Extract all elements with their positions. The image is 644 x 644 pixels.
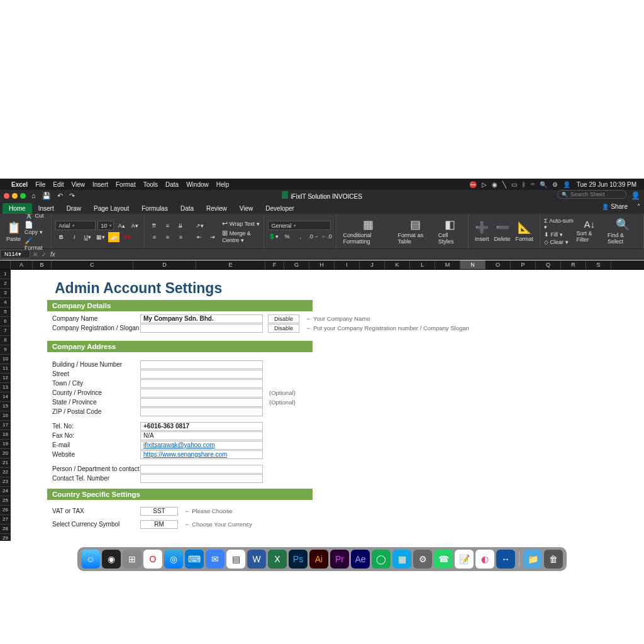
row-header-6[interactable]: 6 xyxy=(0,317,11,326)
cell-person[interactable] xyxy=(140,465,263,474)
format-cells-button[interactable]: 📐Format xyxy=(513,221,536,242)
cell-vat[interactable]: SST xyxy=(140,507,178,516)
row-header-19[interactable]: 19 xyxy=(0,440,11,449)
col-header-B[interactable]: B xyxy=(33,260,52,269)
cell-tel[interactable]: +6016-363 0817 xyxy=(140,422,263,431)
row-header-28[interactable]: 28 xyxy=(0,525,11,534)
decrease-decimal-icon[interactable]: ←.0 xyxy=(321,231,332,242)
row-headers[interactable]: 1234567891011121314151617181920212223242… xyxy=(0,270,11,555)
grow-font-icon[interactable]: A▴ xyxy=(116,221,127,231)
menu-view[interactable]: View xyxy=(68,181,89,188)
dock-downloads-icon[interactable]: 📁 xyxy=(523,550,542,569)
merge-centre-button[interactable]: ⊞ Merge & Centre ▾ xyxy=(222,229,260,243)
col-header-E[interactable]: E xyxy=(196,260,265,269)
col-header-S[interactable]: S xyxy=(586,260,611,269)
cell-styles-button[interactable]: ◧Cell Styles xyxy=(436,218,464,245)
conditional-formatting-button[interactable]: ▦Conditional Formatting xyxy=(340,218,395,245)
col-header-I[interactable]: I xyxy=(335,260,360,269)
col-header-H[interactable]: H xyxy=(309,260,335,269)
align-right-icon[interactable]: ≡ xyxy=(175,232,186,242)
sort-filter-button[interactable]: A↓Sort & Filter xyxy=(574,219,605,243)
search-sheet-input[interactable]: Search Sheet xyxy=(557,190,626,199)
dock-excel-icon[interactable]: X xyxy=(268,550,287,569)
dock-opera-icon[interactable]: O xyxy=(143,550,162,569)
name-box[interactable]: N114 ▾ xyxy=(0,250,30,258)
row-header-11[interactable]: 11 xyxy=(0,364,11,374)
col-header-C[interactable]: C xyxy=(52,260,133,269)
cell-zip[interactable] xyxy=(140,408,263,416)
row-header-12[interactable]: 12 xyxy=(0,374,11,383)
col-header-D[interactable]: D xyxy=(133,260,196,269)
accept-formula-icon[interactable]: ✓ xyxy=(42,251,47,258)
dock-safari-icon[interactable]: ◎ xyxy=(164,550,183,569)
disable-company-reg-button[interactable]: Disable xyxy=(268,324,299,333)
dock-photoshop-icon[interactable]: Ps xyxy=(289,550,308,569)
align-bottom-icon[interactable]: ⇊ xyxy=(175,221,186,231)
col-header-M[interactable]: M xyxy=(435,260,460,269)
tab-data[interactable]: Data xyxy=(174,203,200,214)
row-header-8[interactable]: 8 xyxy=(0,336,11,345)
col-header-Q[interactable]: Q xyxy=(536,260,561,269)
tab-formulas[interactable]: Formulas xyxy=(135,203,174,214)
percent-icon[interactable]: % xyxy=(281,231,292,242)
dock-whatsapp-icon[interactable]: ☎ xyxy=(434,550,453,569)
row-header-21[interactable]: 21 xyxy=(0,458,11,468)
row-header-17[interactable]: 17 xyxy=(0,421,11,430)
col-header-K[interactable]: K xyxy=(385,260,410,269)
col-header-R[interactable]: R xyxy=(561,260,586,269)
dock-premiere-icon[interactable]: Pr xyxy=(330,550,349,569)
window-zoom-icon[interactable] xyxy=(20,193,26,199)
row-header-20[interactable]: 20 xyxy=(0,449,11,458)
battery-icon[interactable]: ▭ xyxy=(511,181,517,188)
row-header-26[interactable]: 26 xyxy=(0,506,11,515)
spreadsheet-grid[interactable]: ABCDEFGHIJKLMNOPQRS 12345678910111213141… xyxy=(0,260,644,555)
row-header-16[interactable]: 16 xyxy=(0,411,11,421)
font-name-select[interactable]: Arial xyxy=(55,221,96,230)
dock-word-icon[interactable]: W xyxy=(247,550,266,569)
indent-right-icon[interactable]: ⇥ xyxy=(207,232,218,242)
dock-libreoffice-icon[interactable]: ▤ xyxy=(226,550,245,569)
col-header-F[interactable]: F xyxy=(265,260,284,269)
align-center-icon[interactable]: ≡ xyxy=(162,232,173,242)
increase-decimal-icon[interactable]: .0→ xyxy=(308,231,319,242)
col-header-A[interactable]: A xyxy=(11,260,33,269)
menu-insert[interactable]: Insert xyxy=(89,181,112,188)
col-header-J[interactable]: J xyxy=(360,260,385,269)
insert-cells-button[interactable]: ➕Insert xyxy=(472,221,492,242)
clock[interactable]: Tue 29 Jun 10:39 PM xyxy=(573,181,640,188)
indent-left-icon[interactable]: ⇤ xyxy=(194,232,205,242)
dock-vscode-icon[interactable]: ⌨ xyxy=(185,550,204,569)
comma-icon[interactable]: , xyxy=(294,231,306,242)
app-menu[interactable]: Excel xyxy=(8,181,31,188)
dock-keynote-icon[interactable]: ▦ xyxy=(392,550,411,569)
menu-edit[interactable]: Edit xyxy=(49,181,67,188)
cell-state[interactable] xyxy=(140,398,263,407)
cell-contact-tel[interactable] xyxy=(140,474,263,483)
column-headers[interactable]: ABCDEFGHIJKLMNOPQRS xyxy=(0,260,644,270)
wrap-text-button[interactable]: ↩ Wrap Text ▾ xyxy=(222,219,260,228)
border-button[interactable]: ▦▾ xyxy=(95,232,106,242)
row-header-9[interactable]: 9 xyxy=(0,345,11,355)
cell-website[interactable]: https://www.senangshare.com xyxy=(140,450,263,459)
orientation-icon[interactable]: ↗▾ xyxy=(194,221,205,231)
dock-mail-icon[interactable]: ✉ xyxy=(206,550,225,569)
col-header-L[interactable]: L xyxy=(410,260,435,269)
paste-button[interactable]: 📋Paste xyxy=(4,221,23,242)
menu-format[interactable]: Format xyxy=(112,181,140,188)
row-header-4[interactable]: 4 xyxy=(0,298,11,308)
control-center-icon[interactable]: ⚙ xyxy=(552,181,558,188)
delete-cells-button[interactable]: ➖Delete xyxy=(492,221,513,242)
menu-file[interactable]: File xyxy=(31,181,49,188)
menu-window[interactable]: Window xyxy=(182,181,213,188)
fill-button[interactable]: ⬇ Fill ▾ xyxy=(544,231,574,238)
find-select-button[interactable]: 🔍Find & Select xyxy=(605,218,640,245)
italic-button[interactable]: I xyxy=(69,232,80,242)
dock-teamviewer-icon[interactable]: ↔ xyxy=(496,550,515,569)
dock-trash-icon[interactable]: 🗑 xyxy=(544,550,563,569)
disable-company-name-button[interactable]: Disable xyxy=(268,314,299,323)
font-size-select[interactable]: 10 xyxy=(97,221,114,230)
row-header-2[interactable]: 2 xyxy=(0,279,11,289)
menu-tools[interactable]: Tools xyxy=(140,181,162,188)
cell-company-name[interactable]: My Company Sdn. Bhd. xyxy=(140,314,263,323)
dock-aftereffects-icon[interactable]: Ae xyxy=(351,550,370,569)
